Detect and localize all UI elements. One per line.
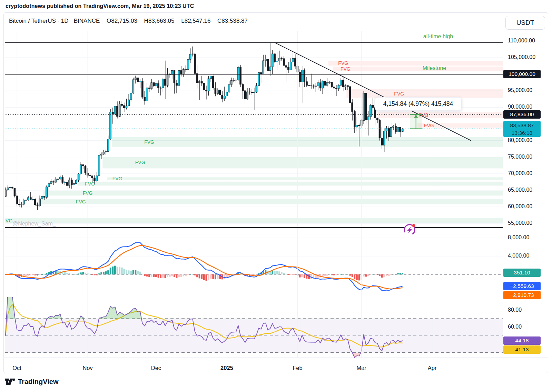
tradingview-logo-icon <box>5 379 15 385</box>
candle <box>34 199 36 205</box>
candle <box>62 177 63 182</box>
candle <box>221 95 223 99</box>
price-tick: 95,000.00 <box>508 87 532 93</box>
candle <box>141 81 143 97</box>
candle <box>185 70 187 70</box>
currency-toggle-button[interactable]: USDT <box>505 16 545 30</box>
candle <box>338 86 339 89</box>
candle <box>283 59 285 66</box>
candle <box>308 86 310 86</box>
price-tick: 110,000.00 <box>508 38 535 44</box>
candle <box>228 84 230 92</box>
lightning-bolt-icon <box>404 224 415 235</box>
candle <box>333 87 335 88</box>
candle <box>203 83 205 90</box>
candle <box>215 88 216 94</box>
candle <box>23 200 25 204</box>
candle <box>267 59 269 71</box>
symbol-description[interactable]: Bitcoin / TetherUS · 1D · BINANCE <box>9 18 100 24</box>
candle <box>244 91 246 99</box>
candle <box>345 86 346 87</box>
macd-tick: 8,000.00 <box>508 234 529 241</box>
candle <box>274 54 276 62</box>
author-watermark: @Nephew_Sam_ <box>12 221 56 227</box>
candle <box>176 83 178 86</box>
candle <box>319 83 321 88</box>
candle <box>76 180 77 184</box>
candle <box>183 70 184 74</box>
candle <box>112 112 114 114</box>
candle <box>356 125 358 127</box>
tradingview-footer[interactable]: TradingView <box>5 378 58 386</box>
candle <box>400 127 401 131</box>
price-tick: 60,000.00 <box>508 203 532 210</box>
fvg-zone-label: FVG <box>76 199 86 204</box>
candle <box>139 81 141 82</box>
candle <box>269 67 271 70</box>
ohlc-high: H83,663.05 <box>144 18 175 24</box>
symbol-title-row[interactable]: Bitcoin / TetherUS · 1D · BINANCE O82,71… <box>9 18 253 24</box>
candle <box>306 82 308 86</box>
price-level-badge: 87,836.00 <box>503 110 541 119</box>
candle <box>91 176 93 178</box>
candle <box>372 105 374 108</box>
macd-value-badge: −2,910.73 <box>503 291 541 299</box>
candle <box>340 80 342 86</box>
candle <box>94 178 96 181</box>
candle <box>148 88 150 89</box>
candle <box>73 184 75 185</box>
candle <box>217 90 219 94</box>
candle <box>135 78 137 79</box>
candle <box>114 106 116 114</box>
candle <box>294 59 296 67</box>
candle <box>71 180 72 185</box>
candle <box>365 93 367 120</box>
candle <box>110 112 111 139</box>
candle <box>46 187 48 198</box>
time-axis-label: Nov <box>82 365 92 371</box>
candle <box>240 67 241 84</box>
candle <box>276 61 278 62</box>
candle <box>242 84 244 91</box>
ohlc-open: O82,715.03 <box>107 18 137 24</box>
candle <box>64 182 66 183</box>
candle <box>43 196 45 197</box>
candle <box>162 79 164 88</box>
candle <box>233 80 235 80</box>
candle <box>82 165 84 166</box>
candle <box>55 179 57 182</box>
candle <box>383 131 385 145</box>
candle <box>100 154 102 155</box>
candle <box>123 105 125 108</box>
candle <box>78 174 79 180</box>
candle <box>237 67 239 80</box>
fvg-zone-label: FVG <box>112 176 122 181</box>
rsi-tick: 60.00 <box>508 324 522 330</box>
price-tick: 70,000.00 <box>508 170 532 177</box>
fvg-zone-label: FVG <box>85 181 95 187</box>
candle <box>358 125 360 126</box>
candle <box>377 118 378 120</box>
candle <box>208 79 209 91</box>
candle <box>189 54 191 59</box>
price-tick: 105,000.00 <box>508 54 535 60</box>
candle <box>107 139 109 151</box>
candle <box>132 80 134 93</box>
time-axis-label: Dec <box>151 365 161 371</box>
fvg-zone-label: FVG <box>338 60 348 66</box>
candle <box>151 83 152 89</box>
candle <box>66 182 68 185</box>
chart-canvas[interactable]: FVGFVGFVGFVGFVGFVGFVGFVGFVGFVGFVGFVG <box>0 0 552 392</box>
candle <box>402 129 403 132</box>
candle <box>292 59 294 62</box>
candle <box>180 70 182 74</box>
candle <box>7 188 9 190</box>
candle <box>251 92 253 92</box>
candle <box>219 90 221 95</box>
price-tick: 55,000.00 <box>508 220 532 226</box>
candle <box>174 71 175 83</box>
candle <box>326 82 328 86</box>
candle <box>370 105 372 117</box>
candle <box>310 86 312 86</box>
candle <box>329 82 331 83</box>
